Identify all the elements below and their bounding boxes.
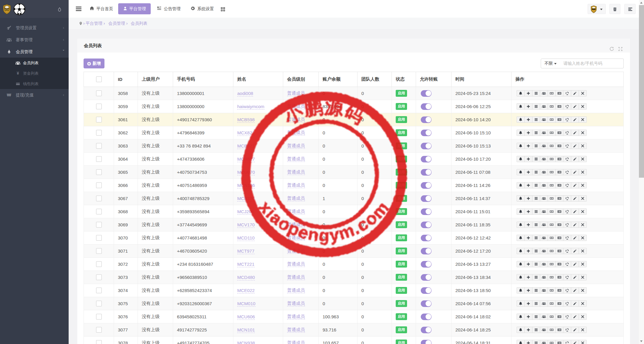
svg-text:MTHB: MTHB [4, 8, 9, 10]
